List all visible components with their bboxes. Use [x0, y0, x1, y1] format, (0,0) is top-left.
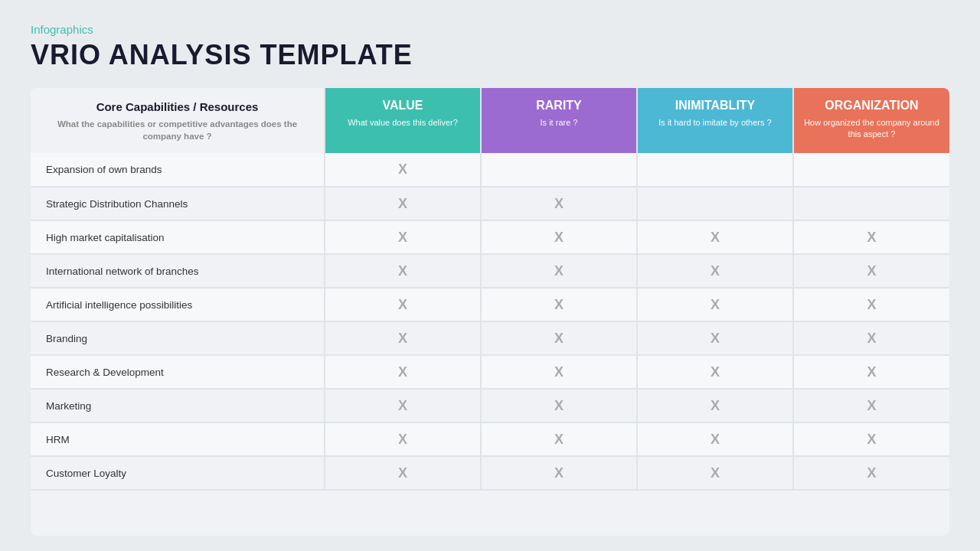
value-desc-label: What value does this deliver? — [333, 117, 472, 129]
row-inimitability-cell: X — [637, 355, 793, 389]
inimitability-desc-label: Is it hard to imitate by others ? — [645, 117, 785, 129]
x-mark: X — [867, 331, 876, 346]
x-mark: X — [398, 398, 407, 413]
x-mark: X — [398, 196, 407, 211]
row-label: Artificial intelligence possibilities — [31, 288, 325, 321]
row-organization-cell: X — [793, 422, 949, 456]
row-label: HRM — [31, 422, 325, 456]
x-mark: X — [554, 364, 564, 380]
x-mark: X — [867, 432, 876, 447]
row-label: Marketing — [31, 389, 325, 422]
x-mark: X — [554, 230, 564, 245]
table-row: Customer LoyaltyXXXX — [31, 456, 949, 490]
col-header-rarity: RARITY Is it rare ? — [481, 88, 637, 153]
row-value-cell: X — [325, 187, 481, 220]
x-mark: X — [398, 297, 407, 312]
table-row: International network of branchesXXXX — [31, 254, 949, 288]
capabilities-subtitle: What the capabilities or competitive adv… — [41, 118, 313, 142]
x-mark: X — [867, 398, 876, 413]
inimitability-main-label: INIMITABLITY — [645, 99, 785, 112]
row-inimitability-cell: X — [637, 321, 793, 355]
row-organization-cell — [793, 153, 949, 187]
row-label: Branding — [31, 321, 325, 355]
x-mark: X — [710, 465, 720, 481]
row-organization-cell: X — [793, 321, 949, 355]
row-rarity-cell: X — [481, 456, 637, 490]
row-value-cell: X — [325, 389, 481, 422]
x-mark: X — [710, 331, 720, 346]
x-mark: X — [554, 196, 564, 211]
x-mark: X — [710, 398, 720, 413]
table-row: BrandingXXXX — [31, 321, 949, 355]
row-rarity-cell: X — [481, 355, 637, 389]
row-value-cell: X — [325, 153, 481, 187]
col-header-capabilities: Core Capabilities / Resources What the c… — [31, 88, 325, 153]
x-mark: X — [554, 432, 564, 447]
col-header-organization: ORGANIZATION How organized the company a… — [793, 88, 949, 153]
x-mark: X — [398, 465, 407, 481]
row-organization-cell: X — [793, 254, 949, 288]
row-rarity-cell: X — [481, 389, 637, 422]
page-title: VRIO ANALYSIS TEMPLATE — [31, 39, 949, 71]
x-mark: X — [710, 297, 720, 312]
row-rarity-cell: X — [481, 321, 637, 355]
row-rarity-cell: X — [481, 220, 637, 254]
row-value-cell: X — [325, 288, 481, 321]
x-mark: X — [710, 432, 720, 447]
x-mark: X — [398, 263, 407, 279]
row-value-cell: X — [325, 254, 481, 288]
vrio-table-wrapper: Core Capabilities / Resources What the c… — [31, 88, 949, 536]
rarity-desc-label: Is it rare ? — [489, 117, 629, 129]
row-value-cell: X — [325, 220, 481, 254]
x-mark: X — [710, 263, 720, 279]
row-label: High market capitalisation — [31, 220, 325, 254]
row-value-cell: X — [325, 422, 481, 456]
row-organization-cell: X — [793, 220, 949, 254]
table-row: Artificial intelligence possibilitiesXXX… — [31, 288, 949, 321]
row-label: Strategic Distribution Channels — [31, 187, 325, 220]
x-mark: X — [554, 263, 564, 279]
x-mark: X — [398, 230, 407, 245]
row-rarity-cell: X — [481, 288, 637, 321]
row-value-cell: X — [325, 355, 481, 389]
x-mark: X — [867, 263, 876, 279]
row-value-cell: X — [325, 321, 481, 355]
infographics-label: Infographics — [31, 23, 949, 36]
x-mark: X — [710, 230, 720, 245]
table-row: High market capitalisationXXXX — [31, 220, 949, 254]
col-header-value: VALUE What value does this deliver? — [325, 88, 481, 153]
x-mark: X — [867, 465, 876, 481]
x-mark: X — [867, 297, 876, 312]
organization-desc-label: How organized the company around this as… — [802, 117, 942, 141]
x-mark: X — [398, 364, 407, 380]
row-organization-cell: X — [793, 355, 949, 389]
row-label: Customer Loyalty — [31, 456, 325, 490]
x-mark: X — [867, 230, 876, 245]
col-header-inimitability: INIMITABLITY Is it hard to imitate by ot… — [637, 88, 793, 153]
value-main-label: VALUE — [333, 99, 472, 112]
row-label: International network of branches — [31, 254, 325, 288]
organization-main-label: ORGANIZATION — [802, 99, 942, 112]
row-inimitability-cell — [637, 187, 793, 220]
table-row: MarketingXXXX — [31, 389, 949, 422]
row-inimitability-cell: X — [637, 254, 793, 288]
row-organization-cell: X — [793, 456, 949, 490]
x-mark: X — [554, 331, 564, 346]
table-row: Expansion of own brandsX — [31, 153, 949, 187]
row-organization-cell — [793, 187, 949, 220]
row-value-cell: X — [325, 456, 481, 490]
table-row: Strategic Distribution ChannelsXX — [31, 187, 949, 220]
x-mark: X — [398, 331, 407, 346]
capabilities-title: Core Capabilities / Resources — [41, 100, 313, 113]
row-organization-cell: X — [793, 389, 949, 422]
vrio-table: Core Capabilities / Resources What the c… — [31, 88, 949, 491]
row-inimitability-cell: X — [637, 288, 793, 321]
table-row: Research & DevelopmentXXXX — [31, 355, 949, 389]
row-rarity-cell — [481, 153, 637, 187]
x-mark: X — [398, 432, 407, 447]
table-row: HRMXXXX — [31, 422, 949, 456]
rarity-main-label: RARITY — [489, 99, 629, 112]
row-organization-cell: X — [793, 288, 949, 321]
x-mark: X — [554, 398, 564, 413]
row-inimitability-cell: X — [637, 422, 793, 456]
